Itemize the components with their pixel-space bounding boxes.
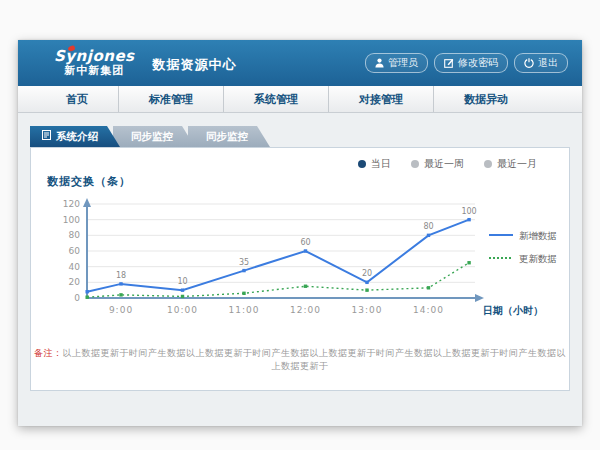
nav-item-home[interactable]: 首页 xyxy=(36,86,118,112)
svg-text:20: 20 xyxy=(69,277,81,287)
power-icon xyxy=(524,58,534,68)
y-axis-title: 数据交换（条） xyxy=(47,174,569,189)
logo-brand: Synjones xyxy=(54,49,135,65)
footnote-prefix: 备注： xyxy=(34,348,63,358)
svg-text:60: 60 xyxy=(300,238,310,247)
svg-text:20: 20 xyxy=(362,269,372,278)
radio-label: 最近一周 xyxy=(424,157,464,171)
svg-text:100: 100 xyxy=(63,215,80,225)
radio-last-month[interactable]: 最近一月 xyxy=(484,157,537,171)
svg-text:120: 120 xyxy=(63,199,80,209)
app-window: Synjones 新中新集团 数据资源中心 管理员 修改密码 退出 首页 标准管… xyxy=(18,40,582,426)
main-nav: 首页 标准管理 系统管理 对接管理 数据异动 xyxy=(18,86,582,113)
footnote-text: 以上数据更新于时间产生数据以上数据更新于时间产生数据以上数据更新于时间产生数据以… xyxy=(63,348,567,371)
nav-item-standard-mgmt[interactable]: 标准管理 xyxy=(118,86,223,112)
radio-dot-icon xyxy=(358,160,366,168)
tab-sync-monitor-1[interactable]: 同步监控 xyxy=(113,126,195,147)
radio-dot-icon xyxy=(411,160,419,168)
svg-text:11:00: 11:00 xyxy=(229,305,260,315)
nav-item-data-change[interactable]: 数据异动 xyxy=(433,86,538,112)
radio-today[interactable]: 当日 xyxy=(358,157,391,171)
nav-item-system-mgmt[interactable]: 系统管理 xyxy=(223,86,328,112)
line-chart: 0204060801001201810356020801009:0010:001… xyxy=(31,191,563,325)
svg-text:9:00: 9:00 xyxy=(109,305,133,315)
svg-text:100: 100 xyxy=(461,207,476,216)
svg-text:0: 0 xyxy=(74,293,80,303)
content-area: 系统介绍 同步监控 同步监控 当日 最近一周 xyxy=(18,113,582,391)
tab-sync-monitor-2[interactable]: 同步监控 xyxy=(188,126,270,147)
user-icon xyxy=(375,58,384,68)
tab-system-intro[interactable]: 系统介绍 xyxy=(30,126,120,147)
svg-text:13:00: 13:00 xyxy=(352,305,383,315)
tab-bar: 系统介绍 同步监控 同步监控 xyxy=(30,126,582,147)
change-password-button[interactable]: 修改密码 xyxy=(434,53,508,73)
svg-text:日期（小时）: 日期（小时） xyxy=(483,305,543,316)
tab-label: 同步监控 xyxy=(131,126,173,147)
logout-button[interactable]: 退出 xyxy=(514,53,568,73)
svg-text:更新数据: 更新数据 xyxy=(519,253,557,264)
svg-text:40: 40 xyxy=(69,262,81,272)
change-password-label: 修改密码 xyxy=(458,56,498,70)
edit-icon xyxy=(444,58,454,68)
svg-text:10:00: 10:00 xyxy=(167,305,198,315)
page-title: 数据资源中心 xyxy=(153,56,237,74)
radio-dot-icon xyxy=(484,160,492,168)
svg-text:18: 18 xyxy=(116,271,126,280)
svg-text:60: 60 xyxy=(69,246,81,256)
logo-company: 新中新集团 xyxy=(54,65,135,77)
nav-item-interface-mgmt[interactable]: 对接管理 xyxy=(328,86,433,112)
tab-label: 系统介绍 xyxy=(56,126,98,147)
svg-text:10: 10 xyxy=(177,277,187,286)
chart-panel: 当日 最近一周 最近一月 数据交换（条） 0204060801001201810… xyxy=(30,147,570,391)
svg-text:80: 80 xyxy=(423,222,433,231)
svg-text:80: 80 xyxy=(69,230,81,240)
header-actions: 管理员 修改密码 退出 xyxy=(365,53,568,73)
time-filter-group: 当日 最近一周 最近一月 xyxy=(31,148,569,171)
user-button[interactable]: 管理员 xyxy=(365,53,428,73)
tab-label: 同步监控 xyxy=(206,126,248,147)
footnote: 备注：以上数据更新于时间产生数据以上数据更新于时间产生数据以上数据更新于时间产生… xyxy=(31,347,569,373)
svg-text:新增数据: 新增数据 xyxy=(519,230,557,241)
svg-text:14:00: 14:00 xyxy=(413,305,444,315)
radio-label: 当日 xyxy=(371,157,391,171)
svg-text:12:00: 12:00 xyxy=(290,305,321,315)
logout-label: 退出 xyxy=(538,56,558,70)
document-icon xyxy=(42,126,51,147)
svg-text:35: 35 xyxy=(239,258,249,267)
radio-label: 最近一月 xyxy=(497,157,537,171)
logo: Synjones 新中新集团 xyxy=(54,49,135,76)
header: Synjones 新中新集团 数据资源中心 管理员 修改密码 退出 xyxy=(18,40,582,86)
radio-last-week[interactable]: 最近一周 xyxy=(411,157,464,171)
user-label: 管理员 xyxy=(388,56,418,70)
